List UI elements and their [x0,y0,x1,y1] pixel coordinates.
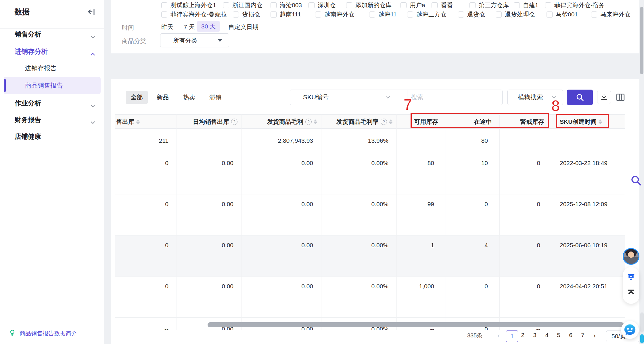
warehouse-checkbox[interactable]: 马来海外仓 [591,11,630,18]
search-button[interactable] [567,90,593,105]
warehouse-checkbox[interactable]: 第三方仓库 [469,1,509,9]
cell: 0.00 [241,283,313,290]
checkbox-icon [223,2,229,8]
warehouse-checkbox[interactable]: 越南海外仓 [315,11,354,18]
warehouse-checkbox[interactable]: 自建1 [514,1,538,9]
floating-search-icon[interactable] [630,174,642,187]
table-row: 0 0.00 0.00 0.00% 80 10 0 2022-03-22 18:… [115,153,625,194]
cell: 0.00 [241,160,313,167]
cell: 0.00 [177,283,233,290]
warehouse-checkbox[interactable]: 越海三方仓 [407,11,446,18]
warehouse-checkbox[interactable]: 海沧003 [271,1,302,9]
pagination-page-5[interactable]: 5 [554,332,563,339]
pagination-page-7[interactable]: 7 [578,332,587,339]
back-to-top-icon[interactable] [627,288,635,298]
support-avatar[interactable] [623,248,639,265]
download-icon [600,94,608,101]
warehouse-checkbox[interactable]: 货损仓 [233,11,260,18]
sidebar-item-sales-analysis[interactable]: 销售分析 [0,28,104,41]
help-icon[interactable]: ? [305,119,312,125]
sidebar-item-inventory-analysis[interactable]: 进销存分析 [0,45,104,58]
pagination-page-4[interactable]: 4 [543,332,551,339]
pagination-next-button[interactable]: › [593,332,596,340]
column-settings-button[interactable] [614,91,627,104]
lightbulb-icon [9,329,16,338]
column-header-sales-outbound[interactable]: 售出库 [116,115,177,129]
warehouse-checkbox[interactable]: 越海11 [369,11,397,18]
checkbox-icon [271,11,277,18]
pagination-prev-button[interactable]: ‹ [497,332,500,340]
search-type-select[interactable]: SKU编号 [290,90,407,105]
checkbox-icon [308,2,315,8]
cell: 0.00% [321,242,388,249]
sidebar-item-inventory-report[interactable]: 进销存报告 [0,62,104,75]
column-header-in-transit[interactable]: 在途中 [446,115,492,129]
match-mode-select[interactable]: 模糊搜索 [507,90,563,105]
presentation-icon[interactable] [627,273,635,283]
column-header-gross-margin[interactable]: 发货商品毛利率 ? [321,115,392,129]
warehouse-checkbox[interactable]: 看看 [432,1,453,9]
column-header-sku-created-time[interactable]: SKU创建时间 [560,115,625,129]
cell: 0 [115,160,168,167]
cell: 99 [396,201,434,208]
sidebar-item-shop-health[interactable]: 店铺健康 [0,130,104,143]
time-option-7days[interactable]: 7 天 [184,22,195,32]
cell: 0.00 [241,201,313,208]
checkbox-icon [547,11,553,18]
column-header-gross-profit[interactable]: 发货商品毛利 ? [241,115,317,129]
tab-all[interactable]: 全部 [126,91,148,104]
time-option-30days-selected[interactable]: 30 天 [197,21,220,32]
sidebar-item-label: 财务报告 [15,113,41,126]
column-divider [499,114,500,330]
warehouse-checkbox[interactable]: 测试鲸上海外仓1 [161,1,216,9]
warehouse-checkbox[interactable]: 菲律宾海外仓-宿务 [545,1,605,9]
customer-service-button[interactable] [621,321,639,339]
pagination-page-3[interactable]: 3 [530,332,539,339]
column-header-available-stock[interactable]: 可用库存 [396,115,438,129]
checkbox-icon [315,11,321,18]
warehouse-checkbox[interactable]: 越南111 [271,11,301,18]
sidebar-item-product-sales-report[interactable]: 商品销售报告 [4,77,101,94]
horizontal-scrollbar[interactable] [208,322,624,327]
tab-slow[interactable]: 滞销 [205,91,226,104]
sidebar-item-finance-report[interactable]: 财务报告 [0,113,104,126]
time-option-custom[interactable]: 自定义日期 [228,22,258,32]
column-header-alert-stock[interactable]: 警戒库存 [499,115,544,129]
column-divider [321,114,321,330]
sidebar-item-label: 进销存报告 [25,62,57,75]
checkbox-icon [271,2,277,8]
warehouse-checkbox[interactable]: 退货处理仓 [496,11,535,18]
category-select[interactable]: 所有分类 [160,33,229,47]
pagination-page-6[interactable]: 6 [566,332,575,339]
warehouse-checkbox[interactable]: 菲律宾海外仓-曼妮拉 [161,11,227,18]
download-button[interactable] [597,91,611,104]
column-divider [396,114,397,330]
cell: 10 [446,160,488,167]
time-option-yesterday[interactable]: 昨天 [161,22,173,32]
search-icon [576,93,584,102]
vertical-scrollbar[interactable] [640,7,643,74]
warehouse-checkbox[interactable]: 马帮001 [547,11,578,18]
sidebar-collapse-icon[interactable] [86,7,96,17]
pagination-page-1[interactable]: 1 [506,330,518,342]
warehouse-checkbox[interactable]: 浙江国内仓 [223,1,262,9]
match-mode-value: 模糊搜索 [518,90,543,105]
columns-icon [616,92,625,102]
cell: -- [499,137,540,144]
pagination-page-2[interactable]: 2 [518,332,527,339]
tab-hot[interactable]: 热卖 [179,91,200,104]
table-header: 售出库 日均销售出库 ? 发货商品毛利 ? 发货商品毛利率 ? 可用库存 在途中… [115,114,625,129]
warehouse-checkbox[interactable]: 深圳仓 [308,1,336,9]
help-icon[interactable]: ? [381,119,387,125]
help-icon[interactable]: ? [231,119,237,125]
warehouse-checkbox[interactable]: 用户a [400,1,425,9]
sidebar-item-operation-analysis[interactable]: 作业分析 [0,96,104,110]
column-header-daily-avg-outbound[interactable]: 日均销售出库 ? [177,115,237,129]
column-divider [552,114,552,330]
chevron-down-icon [386,95,390,100]
warehouse-checkbox[interactable]: 添加新的仓库 [346,1,392,9]
search-input[interactable] [411,90,499,105]
tab-new[interactable]: 新品 [152,91,173,104]
warehouse-checkbox[interactable]: 退货仓 [458,11,485,18]
report-data-intro-link[interactable]: 商品销售报告数据简介 [9,329,77,338]
